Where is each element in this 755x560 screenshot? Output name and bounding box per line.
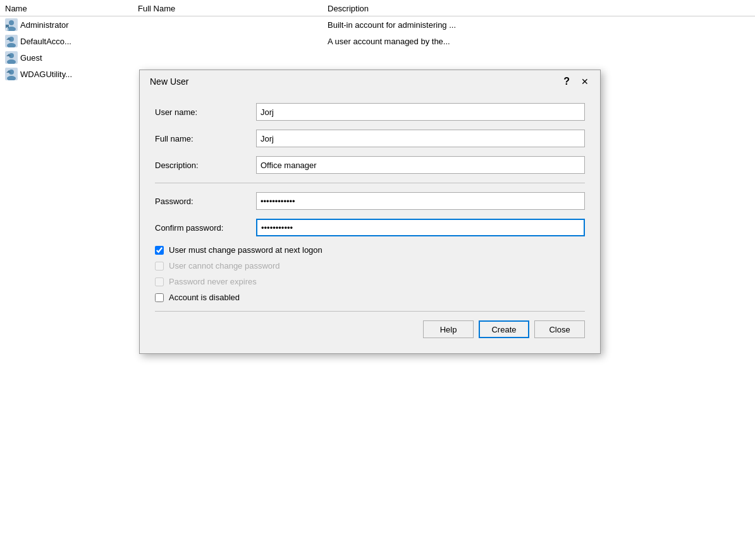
must-change-password-label[interactable]: User must change password at next logon (169, 245, 322, 255)
user-name: Administrator (20, 20, 69, 30)
user-name: Guest (20, 53, 42, 63)
user-icon (5, 51, 18, 64)
password-row: Password: (155, 192, 585, 210)
cannot-change-password-checkbox[interactable] (155, 262, 164, 271)
close-dialog-button[interactable]: ✕ (577, 75, 592, 88)
fullname-label: Full name: (155, 134, 256, 143)
checkbox-row-4: Account is disabled (155, 293, 585, 302)
cell-name: A Administrator (0, 18, 133, 31)
cell-name: Guest (0, 51, 133, 64)
dialog-buttons: Help Create Close (155, 320, 585, 343)
checkbox-row-3: Password never expires (155, 277, 585, 286)
user-name: DefaultAcco... (20, 37, 71, 46)
close-button[interactable]: Close (534, 320, 585, 338)
svg-point-1 (9, 20, 14, 25)
list-header: Name Full Name Description (0, 0, 755, 16)
list-item[interactable]: A Administrator Built-in account for adm… (0, 16, 755, 33)
cell-name: DefaultAcco... (0, 35, 133, 47)
create-button[interactable]: Create (479, 320, 529, 338)
dialog-body: User name: Full name: Description: Passw… (140, 93, 600, 353)
divider-1 (155, 183, 585, 183)
description-label: Description: (155, 161, 256, 170)
confirm-password-input[interactable] (256, 219, 585, 236)
fullname-row: Full name: (155, 130, 585, 147)
help-button[interactable]: Help (423, 320, 474, 338)
dialog-title: New User (150, 76, 188, 87)
col-header-name: Name (0, 4, 133, 13)
svg-text:A: A (6, 27, 9, 31)
cannot-change-password-label: User cannot change password (169, 261, 280, 271)
username-label: User name: (155, 107, 256, 117)
user-icon (5, 68, 18, 80)
titlebar-buttons: ? ✕ (558, 75, 592, 88)
cell-description: Built-in account for administering ... (322, 20, 575, 30)
dialog-titlebar: New User ? ✕ (140, 70, 600, 93)
must-change-password-checkbox[interactable] (155, 246, 164, 255)
username-row: User name: (155, 103, 585, 121)
new-user-dialog: New User ? ✕ User name: Full name: Descr… (139, 70, 601, 354)
account-disabled-checkbox[interactable] (155, 293, 164, 302)
checkbox-row-2: User cannot change password (155, 261, 585, 271)
description-input[interactable] (256, 156, 585, 174)
user-icon (5, 35, 18, 47)
col-header-fullname: Full Name (133, 4, 322, 13)
password-never-expires-checkbox[interactable] (155, 277, 164, 286)
divider-2 (155, 311, 585, 312)
help-icon-button[interactable]: ? (558, 76, 575, 87)
account-disabled-label[interactable]: Account is disabled (169, 293, 240, 302)
confirm-password-label: Confirm password: (155, 223, 256, 233)
list-item[interactable]: Guest (0, 49, 755, 66)
user-name: WDAGUtility... (20, 70, 72, 79)
cell-description: A user account managed by the... (322, 37, 575, 46)
fullname-input[interactable] (256, 130, 585, 147)
confirm-password-row: Confirm password: (155, 219, 585, 236)
user-icon: A (5, 18, 18, 31)
password-never-expires-label: Password never expires (169, 277, 257, 286)
password-label: Password: (155, 197, 256, 206)
checkbox-row-1: User must change password at next logon (155, 245, 585, 255)
cell-name: WDAGUtility... (0, 68, 133, 80)
password-input[interactable] (256, 192, 585, 210)
col-header-description: Description (322, 4, 575, 13)
username-input[interactable] (256, 103, 585, 121)
list-item[interactable]: DefaultAcco... A user account managed by… (0, 33, 755, 49)
description-row: Description: (155, 156, 585, 174)
